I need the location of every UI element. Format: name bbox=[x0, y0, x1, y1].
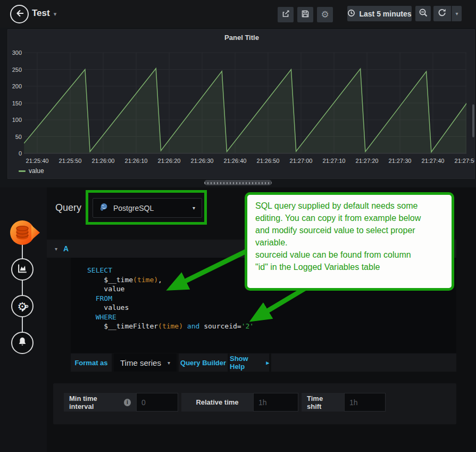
sql-line: values bbox=[87, 303, 456, 313]
x-axis-tick-label: 21:26:00 bbox=[92, 158, 115, 164]
format-as-value: Time series bbox=[120, 358, 161, 367]
sql-token bbox=[87, 294, 96, 302]
sql-token: '2' bbox=[241, 322, 254, 330]
panel-scrollbar-thumb[interactable] bbox=[472, 104, 474, 137]
y-axis-tick-label: 100 bbox=[12, 117, 22, 123]
chevron-down-icon: ▾ bbox=[168, 360, 170, 366]
legend-series-color bbox=[19, 170, 26, 172]
sql-token: sourceid= bbox=[199, 322, 241, 330]
tab-alert[interactable] bbox=[11, 332, 34, 354]
panel-resize-handle[interactable] bbox=[204, 180, 272, 185]
sql-token: SELECT bbox=[87, 266, 112, 274]
chart-icon bbox=[16, 262, 28, 276]
query-builder-segment: Query Builder bbox=[179, 354, 228, 372]
tab-visualization[interactable] bbox=[11, 258, 34, 281]
chevron-down-icon: ▾ bbox=[55, 246, 57, 252]
show-help-segment: Show Help ▸ bbox=[230, 354, 269, 372]
relative-time-label: Relative time bbox=[181, 393, 253, 412]
panel-title[interactable]: Panel Title bbox=[8, 34, 475, 42]
sql-line: FROM bbox=[87, 294, 456, 303]
format-as-dropdown[interactable]: Time series ▾ bbox=[114, 354, 177, 372]
time-shift-input[interactable] bbox=[344, 393, 386, 412]
sql-token: FROM bbox=[96, 294, 112, 302]
refresh-button[interactable] bbox=[433, 6, 451, 21]
sql-token bbox=[183, 322, 187, 330]
time-range-label: Last 5 minutes bbox=[359, 10, 411, 18]
postgresql-icon bbox=[99, 202, 108, 213]
min-time-interval-label: Min time interval i bbox=[64, 393, 136, 412]
series-area-fill bbox=[24, 69, 469, 153]
relative-time-input[interactable] bbox=[253, 393, 298, 412]
x-axis-tick-label: 21:25:40 bbox=[26, 158, 49, 164]
sql-token: values bbox=[87, 303, 129, 311]
x-axis-tick-label: 21:27:00 bbox=[290, 158, 313, 164]
x-axis-tick-label: 21:26:30 bbox=[191, 158, 214, 164]
share-button[interactable] bbox=[278, 7, 294, 22]
clock-icon bbox=[347, 9, 355, 19]
database-icon bbox=[16, 226, 28, 240]
min-time-interval-input[interactable] bbox=[136, 393, 178, 412]
rail-connector-line bbox=[22, 233, 23, 343]
time-range-picker[interactable]: Last 5 minutes bbox=[347, 6, 412, 21]
query-builder-link[interactable]: Query Builder bbox=[180, 359, 226, 367]
x-axis-tick-label: 21:26:50 bbox=[257, 158, 280, 164]
x-axis-tick-label: 21:27:30 bbox=[389, 158, 412, 164]
legend-series-label: value bbox=[29, 167, 44, 175]
panel-options-row: Min time interval i Relative time Time s… bbox=[64, 393, 386, 412]
callout-text-line: and modify sourceid value to select prop… bbox=[255, 224, 444, 236]
back-button[interactable] bbox=[10, 5, 29, 23]
chevron-down-icon: ▾ bbox=[54, 11, 57, 18]
dashboard-title: Test bbox=[32, 8, 50, 19]
show-help-link[interactable]: Show Help bbox=[230, 355, 264, 371]
chart-legend[interactable]: value bbox=[19, 167, 44, 175]
info-icon[interactable]: i bbox=[124, 399, 131, 406]
x-axis-tick-label: 21:25:50 bbox=[59, 158, 82, 164]
datasource-dropdown[interactable]: PostgreSQL ▾ bbox=[93, 198, 202, 218]
x-axis-tick-label: 21:27:10 bbox=[323, 158, 346, 164]
sql-line: $__timeFilter(time) and sourceid='2' bbox=[87, 322, 456, 331]
y-axis-tick-label: 200 bbox=[12, 83, 22, 89]
annotation-callout: SQL query supplied by default needs some… bbox=[245, 192, 454, 291]
save-button[interactable] bbox=[297, 7, 313, 22]
sql-token: $__time bbox=[87, 276, 133, 284]
sql-token: and bbox=[187, 322, 199, 330]
refresh-icon bbox=[438, 8, 447, 19]
datasource-name: PostgreSQL bbox=[113, 204, 188, 212]
x-axis-tick-label: 21:27:20 bbox=[356, 158, 379, 164]
zoom-out-button[interactable] bbox=[415, 6, 431, 21]
sql-line: WHERE bbox=[87, 313, 456, 322]
arrow-left-icon bbox=[14, 8, 25, 21]
gear-wrench-icon: ⚙ bbox=[18, 301, 28, 312]
sql-token: WHERE bbox=[96, 313, 116, 321]
sql-token: (time) bbox=[133, 276, 158, 284]
callout-text-line: sourceid value can be found from column bbox=[255, 249, 444, 261]
callout-text-line: SQL query supplied by default needs some bbox=[255, 200, 444, 212]
x-axis-tick-label: 21:27:40 bbox=[422, 158, 445, 164]
dashboard-title-dropdown[interactable]: Test ▾ bbox=[32, 8, 56, 19]
y-axis-tick-label: 0 bbox=[19, 150, 22, 157]
chevron-down-icon: ▾ bbox=[455, 11, 458, 17]
save-icon bbox=[300, 9, 310, 21]
sql-token bbox=[87, 313, 96, 321]
top-navbar: Test ▾ ⚙ Last 5 minutes ▾ bbox=[0, 0, 476, 28]
share-icon bbox=[281, 9, 290, 21]
query-section-title: Query bbox=[55, 202, 81, 213]
bell-icon bbox=[17, 336, 28, 349]
x-axis-tick-label: 21:26:40 bbox=[224, 158, 247, 164]
tab-queries[interactable] bbox=[8, 217, 41, 248]
query-ref-id: A bbox=[63, 244, 69, 253]
gear-icon: ⚙ bbox=[321, 10, 329, 19]
x-axis-tick-label: 21:27:50 bbox=[455, 158, 475, 164]
tab-general[interactable]: ⚙ bbox=[11, 295, 34, 317]
callout-text-line: "id" in the Logged Variables table bbox=[255, 261, 444, 273]
sql-token: (time) bbox=[158, 322, 183, 330]
panel-settings-button[interactable]: ⚙ bbox=[317, 7, 333, 22]
refresh-interval-dropdown[interactable]: ▾ bbox=[452, 6, 462, 21]
sql-token: value bbox=[87, 285, 124, 293]
y-axis-tick-label: 50 bbox=[15, 134, 22, 140]
toolbar-filler bbox=[271, 354, 456, 372]
x-axis-tick-label: 21:26:20 bbox=[158, 158, 181, 164]
y-axis-tick-label: 250 bbox=[12, 67, 22, 73]
timeseries-chart[interactable]: 05010015020025030021:25:4021:25:5021:26:… bbox=[8, 45, 475, 179]
y-axis-tick-label: 150 bbox=[12, 100, 22, 106]
